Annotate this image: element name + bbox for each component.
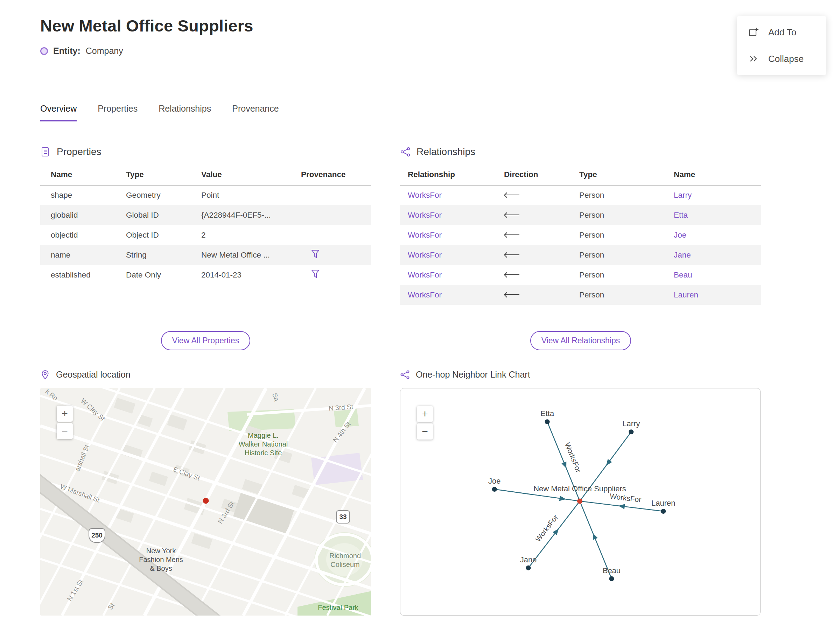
related-entity-link[interactable]: Etta bbox=[674, 211, 688, 219]
link-chart-section-header: One-hop Neighbor Link Chart bbox=[400, 370, 761, 380]
property-type-cell: Global ID bbox=[126, 205, 201, 225]
property-value-cell: 2 bbox=[201, 225, 301, 245]
tab-relationships[interactable]: Relationships bbox=[159, 103, 211, 121]
property-row: shape Geometry Point bbox=[40, 185, 371, 205]
node-etta[interactable] bbox=[545, 419, 550, 424]
property-type-cell: Geometry bbox=[126, 185, 201, 205]
properties-section: Properties Name Type Value Provenance sh… bbox=[40, 146, 371, 305]
direction-left-arrow-icon bbox=[504, 192, 520, 198]
link-chart-section: One-hop Neighbor Link Chart WorksForWork… bbox=[400, 370, 761, 615]
related-entity-link[interactable]: Lauren bbox=[674, 291, 698, 299]
poi-label-historic-site: Maggie L. Walker National Historic Site bbox=[239, 431, 288, 457]
properties-header-row: Name Type Value Provenance bbox=[40, 166, 371, 185]
provenance-filter-icon[interactable] bbox=[311, 272, 320, 281]
related-entity-link[interactable]: Jane bbox=[674, 251, 691, 259]
col-header-name: Name bbox=[674, 166, 761, 185]
relationship-row: WorksFor Person Etta bbox=[400, 205, 761, 225]
relationship-type-link[interactable]: WorksFor bbox=[408, 291, 442, 299]
node-jane[interactable] bbox=[526, 566, 531, 571]
node-label: Lauren bbox=[651, 499, 675, 507]
properties-button-row: View All Properties bbox=[40, 331, 371, 350]
map-zoom-out-button[interactable]: − bbox=[57, 423, 73, 439]
add-to-button[interactable]: Add To bbox=[748, 27, 815, 38]
properties-table: Name Type Value Provenance shape Geometr… bbox=[40, 166, 371, 285]
relationships-button-row: View All Relationships bbox=[400, 331, 761, 350]
col-header-name: Name bbox=[40, 166, 126, 185]
node-joe[interactable] bbox=[492, 487, 497, 492]
properties-section-title: Properties bbox=[57, 146, 102, 157]
center-node-label: New Metal Office Suppliers bbox=[533, 484, 626, 493]
map-zoom-in-button[interactable]: + bbox=[57, 405, 73, 422]
property-row: globalid Global ID {A228944F-0EF5-... bbox=[40, 205, 371, 225]
direction-left-arrow-icon bbox=[504, 292, 520, 297]
property-name-cell: shape bbox=[40, 185, 126, 205]
relationship-type-link[interactable]: WorksFor bbox=[408, 191, 442, 199]
relationships-section: Relationships Relationship Direction Typ… bbox=[400, 146, 761, 305]
tab-overview[interactable]: Overview bbox=[40, 103, 76, 121]
view-all-relationships-button[interactable]: View All Relationships bbox=[530, 331, 632, 350]
page-title: New Metal Office Suppliers bbox=[40, 16, 253, 35]
tab-provenance[interactable]: Provenance bbox=[232, 103, 278, 121]
relationships-icon bbox=[400, 146, 410, 157]
entity-kind-cell: Person bbox=[579, 265, 674, 285]
relationship-type-link[interactable]: WorksFor bbox=[408, 230, 442, 239]
center-node[interactable] bbox=[577, 499, 582, 504]
property-name-cell: globalid bbox=[40, 205, 126, 225]
entity-location-marker[interactable] bbox=[203, 498, 209, 504]
link-chart-zoom-control: + − bbox=[417, 406, 433, 440]
page-header: New Metal Office Suppliers Entity: Compa… bbox=[40, 16, 253, 56]
col-header-provenance: Provenance bbox=[301, 166, 371, 185]
col-header-type: Type bbox=[579, 166, 674, 185]
relationship-type-link[interactable]: WorksFor bbox=[408, 211, 442, 219]
property-name-cell: name bbox=[40, 245, 126, 265]
collapse-icon bbox=[748, 53, 759, 64]
poi-label-festival-park: Festival Park bbox=[318, 603, 358, 612]
entity-kind-cell: Person bbox=[579, 285, 674, 305]
relationship-row: WorksFor Person Joe bbox=[400, 225, 761, 245]
relationships-section-title: Relationships bbox=[417, 146, 475, 157]
property-name-cell: established bbox=[40, 265, 126, 285]
provenance-filter-icon[interactable] bbox=[311, 252, 320, 261]
col-header-value: Value bbox=[201, 166, 301, 185]
relationships-header-row: Relationship Direction Type Name bbox=[400, 166, 761, 185]
direction-left-arrow-icon bbox=[504, 212, 520, 218]
collapse-button[interactable]: Collapse bbox=[748, 53, 815, 64]
entity-type-value: Company bbox=[86, 46, 123, 56]
property-value-cell: Point bbox=[201, 185, 301, 205]
node-label: Etta bbox=[540, 409, 554, 418]
geospatial-section-title: Geospatial location bbox=[56, 370, 130, 380]
related-entity-link[interactable]: Larry bbox=[674, 191, 692, 199]
relationship-type-link[interactable]: WorksFor bbox=[408, 270, 442, 279]
tab-properties[interactable]: Properties bbox=[98, 103, 138, 121]
map-canvas[interactable]: k Ro W Clay St Sa N 3rd St N 4th St arsh… bbox=[40, 388, 371, 615]
related-entity-link[interactable]: Beau bbox=[674, 270, 692, 279]
direction-left-arrow-icon bbox=[504, 272, 520, 278]
node-larry[interactable] bbox=[628, 429, 633, 434]
related-entity-link[interactable]: Joe bbox=[674, 230, 686, 239]
property-type-cell: Object ID bbox=[126, 225, 201, 245]
col-header-relationship: Relationship bbox=[400, 166, 504, 185]
relationship-type-link[interactable]: WorksFor bbox=[408, 251, 442, 259]
map-zoom-control: + − bbox=[57, 405, 73, 439]
relationship-row: WorksFor Person Larry bbox=[400, 185, 761, 205]
relationship-row: WorksFor Person Lauren bbox=[400, 285, 761, 305]
link-chart-canvas[interactable]: WorksForWorksForWorksForEttaLarryJoeLaur… bbox=[400, 388, 760, 615]
relationships-section-header: Relationships bbox=[400, 146, 761, 157]
node-beau[interactable] bbox=[609, 576, 614, 581]
poi-label-coliseum: Richmond Coliseum bbox=[329, 552, 361, 569]
link-chart-icon bbox=[400, 370, 410, 380]
edge-label: WorksFor bbox=[609, 492, 642, 504]
link-chart-section-title: One-hop Neighbor Link Chart bbox=[416, 370, 530, 380]
link-chart-zoom-out-button[interactable]: − bbox=[417, 423, 433, 440]
relationships-table: Relationship Direction Type Name WorksFo… bbox=[400, 166, 761, 305]
edge-arrowhead bbox=[619, 504, 625, 509]
relationship-row: WorksFor Person Beau bbox=[400, 265, 761, 285]
tab-bar: Overview Properties Relationships Proven… bbox=[40, 103, 279, 121]
map-pin-icon bbox=[40, 370, 50, 380]
link-chart-zoom-in-button[interactable]: + bbox=[417, 406, 433, 422]
edge-arrowhead bbox=[562, 462, 566, 468]
view-all-properties-button[interactable]: View All Properties bbox=[161, 331, 250, 350]
overview-top-sections: Properties Name Type Value Provenance sh… bbox=[40, 146, 761, 305]
node-label: Larry bbox=[622, 419, 640, 428]
node-lauren[interactable] bbox=[661, 509, 666, 514]
